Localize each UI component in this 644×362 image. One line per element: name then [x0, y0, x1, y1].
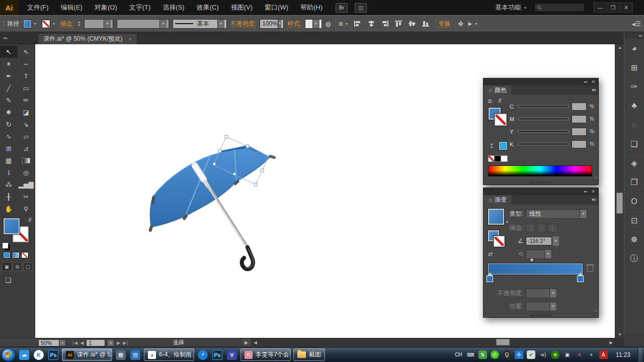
width-tool[interactable]: ∿: [0, 130, 18, 142]
artboards-panel-icon[interactable]: ❐: [624, 172, 644, 192]
symbol-sprayer-tool[interactable]: ⁂: [0, 178, 18, 191]
transform-link[interactable]: 变换: [438, 20, 450, 28]
input-device-icon[interactable]: ⌖: [587, 350, 596, 359]
menu-item[interactable]: 选择(S): [156, 0, 190, 15]
chevron-down-icon[interactable]: ▾: [312, 20, 319, 28]
symbols-panel-icon[interactable]: ♣: [624, 96, 644, 115]
tab-color[interactable]: ◇ 颜色: [484, 85, 512, 95]
line-segment-tool[interactable]: ╱: [0, 82, 18, 94]
aspect-ratio-dropdown[interactable]: ▾: [526, 249, 552, 259]
stroke-weight-field[interactable]: ▾: [84, 19, 113, 29]
gradient-tool[interactable]: ■: [18, 154, 35, 166]
channel-value-field[interactable]: [572, 140, 587, 148]
taskbar-illustrator-doc[interactable]: Ai 课件.ai* @ 5...: [62, 348, 112, 361]
duplicate-icon[interactable]: ⧉: [488, 98, 492, 105]
photoshop-icon[interactable]: Ps: [47, 349, 59, 360]
chevron-down-icon[interactable]: ▾: [217, 20, 224, 28]
chevron-down-icon[interactable]: ▾: [59, 339, 66, 346]
channel-value-field[interactable]: [572, 103, 587, 111]
layers-panel-icon[interactable]: ◈: [624, 153, 644, 172]
usb-safe-remove-icon[interactable]: ✔: [527, 350, 535, 359]
gradient-stop-left[interactable]: [487, 276, 493, 282]
scroll-up-icon[interactable]: ▲: [615, 45, 624, 50]
info-panel-icon[interactable]: ⓘ: [624, 249, 644, 268]
zoom-tool[interactable]: ⚲: [18, 203, 35, 215]
collapse-panel-icon[interactable]: ◂◂: [583, 190, 587, 194]
paintbrush-tool[interactable]: ✎: [0, 94, 18, 106]
language-indicator[interactable]: CH: [454, 350, 463, 359]
shape-builder-tool[interactable]: ⊞: [0, 142, 18, 154]
channel-slider[interactable]: [518, 105, 569, 108]
scroll-down-icon[interactable]: ▼: [615, 332, 624, 337]
network-icon[interactable]: ▣: [563, 350, 572, 359]
horizontal-scrollbar[interactable]: ◀ ▶: [252, 338, 615, 346]
menu-item[interactable]: 编辑(E): [55, 0, 89, 15]
delete-stop-icon[interactable]: [587, 266, 593, 272]
security-icon[interactable]: ✚: [551, 350, 559, 359]
search-input[interactable]: ⚲: [534, 3, 585, 12]
pen-tool[interactable]: ✒: [0, 70, 18, 82]
menu-item[interactable]: 文件(F): [21, 0, 55, 15]
screen-mode-button[interactable]: ❏: [0, 272, 35, 284]
stroke-proxy-none[interactable]: [494, 113, 507, 126]
next-artboard-button[interactable]: ▶: [117, 340, 120, 345]
channel-slider[interactable]: [518, 118, 569, 120]
stroke-panel-link[interactable]: 描边:: [60, 20, 74, 28]
gradient-within-stroke-button[interactable]: ┌: [526, 224, 535, 232]
swap-fill-stroke-icon[interactable]: ⇄: [26, 216, 33, 223]
gradient-across-stroke-button[interactable]: ┐: [548, 224, 557, 232]
lasso-tool[interactable]: ∽: [18, 58, 35, 70]
width-profile-dropdown[interactable]: ▾: [117, 19, 169, 29]
vertical-scroll-thumb[interactable]: [616, 193, 623, 214]
scroll-left-icon[interactable]: ◀: [252, 340, 259, 345]
panel-menu-icon[interactable]: ▾≡: [592, 197, 596, 202]
style-link[interactable]: 样式:: [287, 20, 301, 28]
gradient-midpoint-marker[interactable]: ◆: [530, 257, 533, 262]
align-to-selection-dropdown[interactable]: ⧈▾: [339, 20, 349, 28]
taskbar-clock[interactable]: 11:23: [616, 351, 630, 358]
swap-fill-stroke-icon[interactable]: ⇄: [496, 97, 503, 104]
color-button[interactable]: [3, 252, 11, 258]
align-right-button[interactable]: [380, 19, 390, 29]
channel-value-field[interactable]: [572, 128, 587, 136]
menu-item[interactable]: 视图(V): [225, 0, 259, 15]
align-left-button[interactable]: [353, 19, 363, 29]
color-spectrum-bar[interactable]: [488, 165, 592, 176]
close-panel-icon[interactable]: ✕: [591, 189, 595, 194]
hand-tool[interactable]: ✋: [0, 203, 18, 215]
toolbar-collapse-icon[interactable]: ◂◂: [3, 36, 7, 40]
arrange-documents-icon[interactable]: ◫: [355, 3, 367, 13]
resize-grip-icon[interactable]: ◿: [594, 308, 597, 312]
first-artboard-button[interactable]: ∣◀: [72, 340, 77, 345]
calculator-icon[interactable]: ▦: [115, 349, 127, 360]
artboard-number-field[interactable]: 1: [86, 339, 105, 346]
menu-item[interactable]: 对象(O): [89, 0, 123, 15]
panel-cycle-icon[interactable]: ◇: [489, 88, 492, 93]
minimize-button[interactable]: —: [594, 3, 607, 13]
draw-normal-button[interactable]: ▣: [2, 262, 12, 271]
controlbar-grip[interactable]: ⁞⁞: [3, 21, 4, 27]
draw-inside-button[interactable]: ▢: [23, 262, 33, 271]
opentype-panel-icon[interactable]: O: [624, 192, 644, 211]
align-bottom-button[interactable]: [421, 19, 431, 29]
chevron-down-icon[interactable]: ▾: [552, 236, 559, 246]
swatches-panel-icon[interactable]: ⊞: [624, 58, 644, 77]
slice-tool[interactable]: ✂: [18, 191, 35, 203]
network-error-icon[interactable]: ✕: [575, 350, 584, 359]
workspace-switcher[interactable]: 基本功能 ▾: [495, 3, 526, 12]
menu-item[interactable]: 帮助(H): [294, 0, 329, 15]
chevron-down-icon[interactable]: ▾: [33, 22, 38, 26]
brushes-panel-icon[interactable]: ✑: [624, 77, 644, 96]
kugou-icon[interactable]: K: [33, 349, 45, 360]
direct-selection-tool[interactable]: ⇖: [18, 46, 35, 58]
panel-drag-handle[interactable]: [484, 313, 598, 317]
opacity-link[interactable]: 不透明度:: [230, 20, 256, 28]
artboard-tool[interactable]: ╂: [0, 191, 18, 203]
selection-tool[interactable]: ↖: [0, 46, 18, 58]
gradient-type-dropdown[interactable]: 线性 ▾: [526, 209, 587, 219]
stop-location-dropdown[interactable]: ▾: [526, 302, 557, 311]
fill-swatch[interactable]: [23, 20, 32, 28]
none-button[interactable]: [21, 252, 29, 258]
style-swatch-dropdown[interactable]: ▾: [305, 19, 322, 29]
stroke-none-swatch[interactable]: [42, 20, 50, 28]
